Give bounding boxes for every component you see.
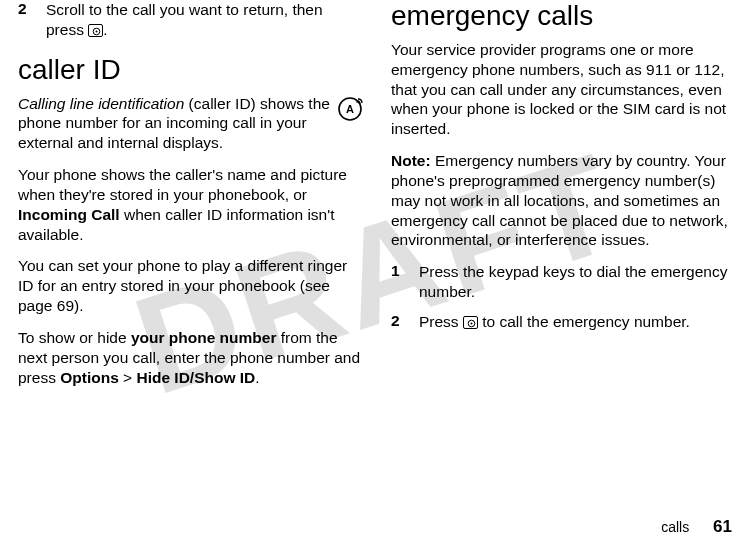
caller-id-para-4: To show or hide your phone number from t… [18,328,363,387]
caller-id-para-3: You can set your phone to play a differe… [18,256,363,315]
text: Emergency numbers vary by country. Your … [391,152,728,248]
text: . [255,369,259,386]
emergency-para-note: Note: Emergency numbers vary by country.… [391,151,736,250]
text: to call the emergency number. [478,313,690,330]
text: > [119,369,137,386]
text-bold: Options [60,369,119,386]
svg-text:A: A [346,103,354,115]
text-bold: your phone number [131,329,277,346]
footer-page-number: 61 [713,517,732,536]
text: Press [419,313,463,330]
step-text: Press to call the emergency number. [419,312,736,332]
step-number: 1 [391,262,405,302]
heading-caller-id: caller ID [18,54,363,86]
emergency-step-2: 2 Press to call the emergency number. [391,312,736,332]
send-key-icon [88,24,103,37]
caller-id-para-1: A Calling line identification (caller ID… [18,94,363,153]
text: Your phone shows the caller's name and p… [18,166,347,203]
caller-id-para-2: Your phone shows the caller's name and p… [18,165,363,244]
text-bold: Hide ID/Show ID [136,369,255,386]
footer-section: calls [661,519,689,535]
svg-point-1 [96,30,98,32]
emergency-step-1: 1 Press the keypad keys to dial the emer… [391,262,736,302]
text-bold: Incoming Call [18,206,120,223]
step-text: Scroll to the call you want to return, t… [46,0,363,40]
right-column: emergency calls Your service provider pr… [391,0,736,399]
step-number: 2 [391,312,405,332]
svg-point-6 [470,322,472,324]
network-feature-icon: A [337,96,363,127]
left-column: 2 Scroll to the call you want to return,… [18,0,363,399]
step-2-return-call: 2 Scroll to the call you want to return,… [18,0,363,40]
text-italic: Calling line identification [18,95,184,112]
step-number: 2 [18,0,32,40]
page-columns: 2 Scroll to the call you want to return,… [0,0,754,399]
text: To show or hide [18,329,131,346]
heading-emergency: emergency calls [391,0,736,32]
emergency-para-1: Your service provider programs one or mo… [391,40,736,139]
step-text: Press the keypad keys to dial the emerge… [419,262,736,302]
note-label: Note: [391,152,431,169]
page-footer: calls 61 [661,517,732,537]
svg-point-4 [356,101,358,103]
send-key-icon [463,316,478,329]
